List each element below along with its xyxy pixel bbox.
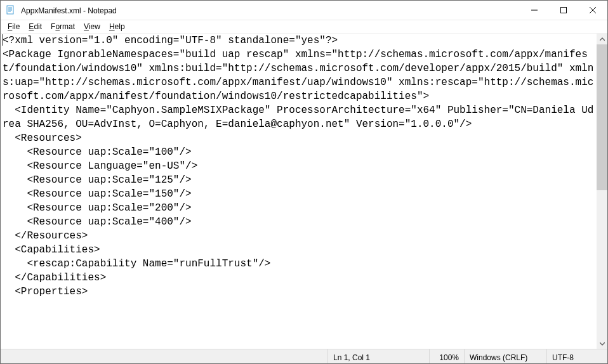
maximize-button[interactable] [549, 1, 578, 20]
status-encoding: UTF-8 [547, 349, 607, 363]
menubar: File Edit Format View Help [1, 20, 607, 33]
svg-rect-6 [561, 8, 567, 13]
scroll-thumb[interactable] [597, 44, 607, 190]
status-line-col: Ln 1, Col 1 [328, 349, 430, 363]
text-caret [3, 34, 3, 46]
window-buttons [520, 1, 607, 20]
minimize-button[interactable] [520, 1, 549, 20]
notepad-window: AppxManifest.xml - Notepad File Edit For… [0, 0, 608, 364]
scroll-track[interactable] [597, 44, 607, 338]
notepad-icon [6, 5, 16, 15]
statusbar: Ln 1, Col 1 100% Windows (CRLF) UTF-8 [1, 349, 607, 363]
status-line-ending: Windows (CRLF) [465, 349, 547, 363]
menu-edit[interactable]: Edit [24, 22, 46, 32]
close-button[interactable] [578, 1, 607, 20]
scroll-down-button[interactable] [597, 338, 607, 349]
editor-area: <?xml version="1.0" encoding="UTF-8" sta… [1, 33, 607, 349]
menu-format[interactable]: Format [46, 22, 79, 32]
menu-view[interactable]: View [79, 22, 105, 32]
vertical-scrollbar[interactable] [597, 34, 607, 349]
menu-file[interactable]: File [3, 22, 24, 32]
window-title: AppxManifest.xml - Notepad [21, 6, 520, 15]
menu-help[interactable]: Help [105, 22, 129, 32]
titlebar: AppxManifest.xml - Notepad [1, 1, 607, 20]
status-zoom: 100% [430, 349, 465, 363]
scroll-up-button[interactable] [597, 34, 607, 44]
text-editor[interactable]: <?xml version="1.0" encoding="UTF-8" sta… [1, 34, 597, 349]
status-spacer [1, 349, 328, 363]
